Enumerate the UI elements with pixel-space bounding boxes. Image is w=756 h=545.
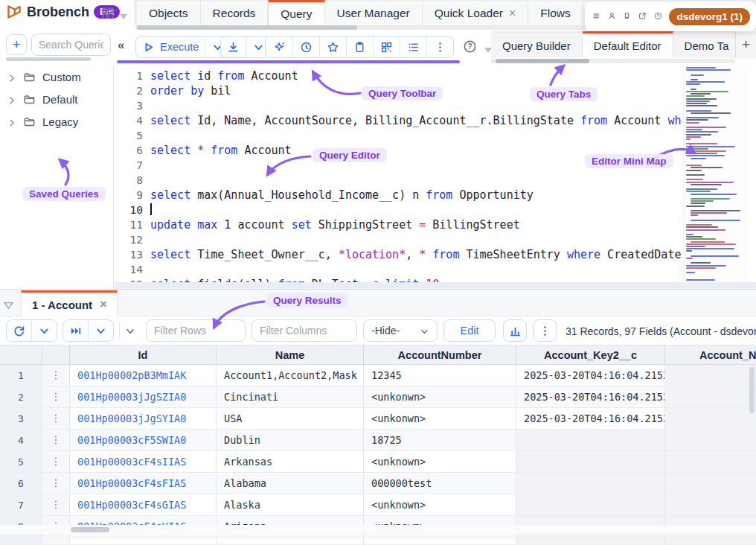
cell-name[interactable]: Dublin: [217, 430, 364, 450]
record-id-link[interactable]: 001Hp00002pB3MmIAK: [70, 365, 217, 386]
record-id-link[interactable]: 001Hp00003cF4sGIAS: [70, 494, 217, 515]
brand-caret-icon[interactable]: [119, 10, 128, 17]
code-area[interactable]: select id from Accountorder by bilselect…: [150, 68, 682, 282]
column-header-account-numb[interactable]: Account_Numb: [665, 345, 756, 364]
record-id-link[interactable]: 001Hp00003cF4sFIAS: [70, 473, 217, 494]
query-plan-button[interactable]: [373, 36, 400, 57]
editor-tab-query-builder[interactable]: Query Builder: [491, 33, 583, 58]
cell-account-key2[interactable]: [516, 430, 665, 450]
row-menu-icon[interactable]: [42, 473, 70, 494]
cell-account-number[interactable]: <unknown>: [364, 494, 516, 515]
cell-account-key2[interactable]: [516, 473, 665, 494]
cell-name[interactable]: Arkansas: [217, 451, 364, 472]
chevron-right-icon[interactable]: [7, 95, 16, 103]
cell-account-numb[interactable]: [665, 494, 756, 515]
cell-name[interactable]: Alaska: [217, 494, 364, 515]
editor-tabs-scrollbar[interactable]: [491, 59, 735, 63]
cell-account-number[interactable]: <unknown>: [364, 451, 516, 472]
cell-name[interactable]: Alabama: [217, 473, 364, 494]
external-link-icon[interactable]: [638, 10, 647, 23]
nav-tab-user-manager[interactable]: User Manager: [325, 1, 423, 25]
refresh-button[interactable]: [7, 320, 31, 341]
filter-rows-input[interactable]: [146, 319, 246, 342]
cell-account-key2[interactable]: 2025-03-20T04:16:04.2152: [516, 365, 665, 386]
filters-chevron-icon[interactable]: [125, 326, 135, 335]
row-menu-icon[interactable]: [42, 386, 70, 407]
folder-legacy[interactable]: Legacy: [0, 110, 113, 133]
table-horizontal-scrollbar[interactable]: [0, 525, 756, 534]
column-header-account-key2-c[interactable]: Account_Key2__c: [516, 345, 665, 364]
editor-horizontal-scrollbar[interactable]: [115, 282, 756, 289]
column-header-name[interactable]: Name: [217, 345, 364, 364]
nav-tab-records[interactable]: Records: [201, 1, 269, 25]
row-menu-icon[interactable]: [42, 408, 70, 429]
cell-account-number[interactable]: 18725: [364, 430, 516, 450]
execute-button[interactable]: Execute: [136, 36, 205, 57]
results-more-button[interactable]: [533, 319, 557, 342]
app-grid-icon[interactable]: [101, 7, 115, 20]
chart-button[interactable]: [503, 319, 527, 342]
fetch-all-button[interactable]: [63, 320, 88, 341]
record-id-link[interactable]: 001Hp00003jJgSYIA0: [70, 408, 217, 429]
cell-account-key2[interactable]: 2025-03-20T04:16:04.2152: [516, 386, 665, 407]
close-icon[interactable]: ×: [509, 7, 516, 19]
editor-minimap[interactable]: [683, 66, 747, 282]
row-menu-icon[interactable]: [42, 430, 70, 450]
cell-account-number[interactable]: 000000test: [364, 473, 516, 494]
column-header-id[interactable]: Id: [70, 345, 217, 364]
add-editor-tab-button[interactable]: +: [735, 31, 756, 58]
nav-tab-objects[interactable]: Objects: [137, 1, 201, 25]
chevron-right-icon[interactable]: [7, 117, 16, 126]
cell-account-key2[interactable]: [516, 494, 665, 515]
cell-name[interactable]: USA: [217, 408, 364, 429]
editor-tab-default-editor[interactable]: Default Editor: [583, 31, 673, 58]
chevron-right-icon[interactable]: [7, 72, 16, 81]
record-id-link[interactable]: 001Hp00003jJgSZIA0: [70, 386, 217, 407]
cell-name[interactable]: Account1,Account2,Mask T: [217, 365, 364, 386]
more-actions-button[interactable]: [426, 36, 453, 57]
help-icon[interactable]: ?: [654, 10, 662, 23]
toolbar-help-icon[interactable]: ?: [463, 39, 477, 54]
hide-columns-select[interactable]: -Hide-: [363, 319, 438, 342]
results-tab[interactable]: 1 - Account ×: [21, 290, 118, 316]
bookmark-icon[interactable]: [623, 10, 631, 23]
cell-account-number[interactable]: <unkonwn>: [364, 386, 516, 407]
cell-account-numb[interactable]: [665, 473, 756, 494]
column-header-accountnumber[interactable]: AccountNumber: [364, 345, 516, 364]
user-icon[interactable]: [608, 10, 616, 23]
ai-assist-button[interactable]: [266, 36, 292, 57]
collapse-sidebar-button[interactable]: «: [118, 38, 123, 53]
fetch-dropdown-button[interactable]: [88, 320, 113, 341]
folder-default[interactable]: Default: [0, 88, 113, 110]
cell-account-numb[interactable]: [665, 386, 756, 407]
cell-account-numb[interactable]: [665, 365, 756, 386]
table-vertical-scrollbar[interactable]: [749, 366, 755, 514]
editor-tab-demo-ta[interactable]: Demo Ta: [673, 33, 735, 58]
results-caret-icon[interactable]: [4, 299, 13, 307]
cell-account-number[interactable]: 12345: [364, 365, 516, 386]
download-button[interactable]: [221, 36, 246, 57]
add-query-button[interactable]: +: [6, 34, 27, 55]
copy-button[interactable]: [346, 36, 373, 57]
nav-tab-quick-loader[interactable]: Quick Loader×: [423, 1, 529, 25]
list-view-button[interactable]: [400, 36, 426, 57]
cell-account-number[interactable]: <unkonwn>: [364, 408, 516, 429]
filter-columns-input[interactable]: [252, 319, 357, 342]
nav-tab-flows[interactable]: Flows: [528, 1, 583, 25]
cell-account-numb[interactable]: [665, 408, 756, 429]
close-icon[interactable]: ×: [100, 299, 106, 310]
cell-account-numb[interactable]: [665, 451, 756, 472]
history-button[interactable]: [292, 36, 319, 57]
cell-name[interactable]: Cincinati: [217, 386, 364, 407]
org-user-badge[interactable]: dsdevorg1 (1): [669, 8, 750, 25]
row-menu-icon[interactable]: [42, 365, 70, 386]
cell-account-numb[interactable]: [665, 430, 756, 450]
list-menu-icon[interactable]: [592, 10, 600, 23]
search-queries-input[interactable]: [31, 34, 111, 56]
row-menu-icon[interactable]: [42, 451, 70, 472]
refresh-dropdown-button[interactable]: [31, 320, 57, 341]
folder-custom[interactable]: Custom: [0, 66, 113, 88]
edit-button[interactable]: Edit: [443, 319, 496, 342]
cell-account-key2[interactable]: [516, 451, 665, 472]
favorite-button[interactable]: [319, 36, 346, 57]
